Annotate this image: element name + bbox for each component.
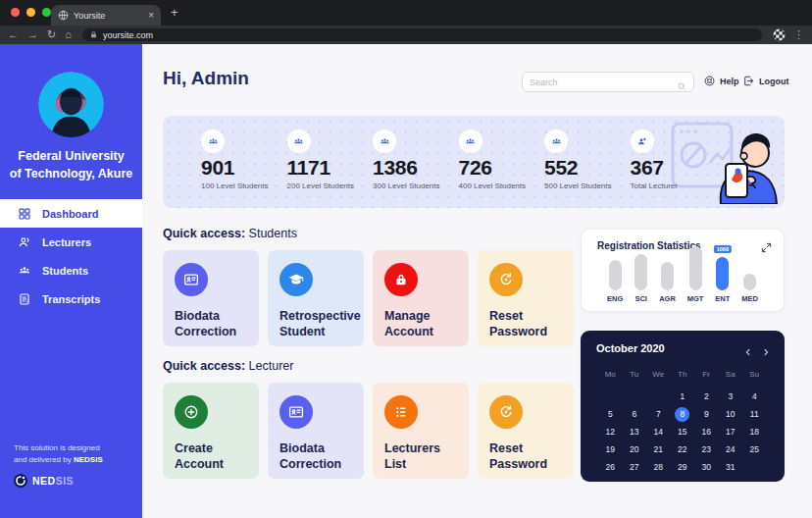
calendar-day[interactable]: 16 <box>694 423 719 440</box>
calendar-day[interactable]: 6 <box>623 405 647 423</box>
card-create-account[interactable]: Create Account <box>163 383 259 479</box>
calendar-day[interactable]: 27 <box>623 458 647 476</box>
browser-tab[interactable]: Yoursite × <box>51 5 161 26</box>
nedsis-logo-icon <box>14 474 27 488</box>
stat-value: 901 <box>201 156 287 180</box>
calendar-day[interactable]: 14 <box>646 423 671 440</box>
lock-icon <box>89 30 98 39</box>
stat-value: 367 <box>631 156 717 180</box>
sidebar-item-dashboard[interactable]: Dashboard <box>0 199 142 228</box>
sidebar-item-transcripts[interactable]: Transcripts <box>0 285 142 313</box>
calendar-day-empty <box>623 388 647 405</box>
window-controls[interactable] <box>11 8 51 17</box>
calendar-day[interactable]: 11 <box>742 405 767 423</box>
stats-banner: 901100 Level Students1171200 Level Stude… <box>163 116 785 208</box>
sidebar-item-students[interactable]: Students <box>0 256 142 285</box>
calendar-day[interactable]: 12 <box>598 423 623 440</box>
home-icon[interactable]: ⌂ <box>65 29 72 40</box>
calendar-day[interactable]: 7 <box>646 405 671 423</box>
calendar-day[interactable]: 13 <box>623 423 647 440</box>
card-retrospective-student[interactable]: Retrospective Student <box>268 250 364 346</box>
calendar-day[interactable]: 4 <box>742 388 767 405</box>
students-group-icon <box>459 130 482 153</box>
chart-bar-agr[interactable]: AGR <box>659 244 676 303</box>
logout-icon <box>742 75 755 87</box>
help-icon <box>703 75 716 87</box>
plus-circle-icon <box>175 395 208 429</box>
calendar-weekday: Fr <box>694 366 719 382</box>
stat-value: 1386 <box>373 156 459 180</box>
transcripts-icon <box>18 292 31 306</box>
profile-checkered-icon[interactable] <box>773 28 786 41</box>
chart-bar-med[interactable]: MED <box>741 244 758 303</box>
calendar-day[interactable]: 31 <box>719 458 743 476</box>
calendar-day[interactable]: 15 <box>671 423 695 440</box>
stat-value: 552 <box>544 156 631 180</box>
search-input[interactable] <box>530 78 677 87</box>
calendar-day[interactable]: 25 <box>742 440 767 458</box>
tab-close-icon[interactable]: × <box>148 10 154 21</box>
page-title: Hi, Admin <box>163 68 249 89</box>
calendar-day[interactable]: 8 <box>671 405 695 423</box>
calendar-day[interactable]: 20 <box>623 440 647 458</box>
chart-bar-sci[interactable]: SCI <box>634 244 647 303</box>
calendar-day[interactable]: 9 <box>694 405 719 423</box>
card-biodata-correction[interactable]: Biodata Correction <box>268 383 364 479</box>
calendar-day[interactable]: 26 <box>598 458 623 476</box>
nedsis-logo: NEDSIS <box>14 474 74 488</box>
chart-bar-mgt[interactable]: MGT <box>687 244 704 303</box>
graduation-cap-icon <box>279 263 313 296</box>
sidebar-item-lecturers[interactable]: Lecturers <box>0 228 142 256</box>
students-group-icon <box>201 130 225 153</box>
card-lecturers-list[interactable]: Lecturers List <box>373 383 469 479</box>
students-group-icon <box>287 130 311 153</box>
chart-bar-ent[interactable]: 1068ENT <box>715 244 730 303</box>
calendar-weekday: Sa <box>719 366 743 382</box>
lecturer-icon <box>18 235 31 249</box>
calendar-day[interactable]: 1 <box>671 388 695 405</box>
calendar-day[interactable]: 23 <box>694 440 719 458</box>
calendar-day[interactable]: 2 <box>694 388 719 405</box>
calendar-day[interactable]: 21 <box>646 440 671 458</box>
forward-icon[interactable]: → <box>27 29 38 40</box>
help-button[interactable]: Help <box>703 75 739 87</box>
reload-icon[interactable]: ↻ <box>47 29 56 40</box>
address-bar[interactable]: yoursite.com <box>82 28 762 41</box>
maximize-window-button[interactable] <box>42 8 51 17</box>
menu-kebab-icon[interactable]: ⋮ <box>793 29 804 40</box>
calendar-day[interactable]: 18 <box>742 423 767 440</box>
calendar-day-empty <box>598 388 623 405</box>
url-text: yoursite.com <box>103 30 153 40</box>
calendar-day[interactable]: 22 <box>671 440 695 458</box>
calendar-next-icon[interactable] <box>761 343 771 353</box>
calendar-day[interactable]: 30 <box>694 458 719 476</box>
card-reset-password[interactable]: Reset Password <box>478 250 574 346</box>
university-name: Federal University of Technology, Akure <box>6 147 136 182</box>
new-tab-button[interactable]: + <box>171 5 178 20</box>
browser-toolbar: ← → ↻ ⌂ yoursite.com ⋮ <box>0 26 812 44</box>
card-manage-account[interactable]: Manage Account <box>373 250 469 346</box>
expand-icon[interactable] <box>761 239 772 250</box>
calendar-day[interactable]: 10 <box>719 405 743 423</box>
calendar-day-empty <box>742 458 767 476</box>
stat-400-level-students: 726400 Level Students <box>459 130 545 190</box>
card-biodata-correction[interactable]: Biodata Correction <box>163 250 259 346</box>
calendar-panel: October 2020 MoTuWeThFrSaSu1234567891011… <box>581 331 785 482</box>
calendar-day[interactable]: 5 <box>598 405 623 423</box>
id-card-icon <box>279 395 313 429</box>
calendar-day[interactable]: 28 <box>646 458 671 476</box>
calendar-day[interactable]: 3 <box>719 388 743 405</box>
bar-category-label: ENG <box>607 294 623 303</box>
calendar-day[interactable]: 24 <box>719 440 743 458</box>
calendar-prev-icon[interactable] <box>743 343 753 353</box>
calendar-day[interactable]: 17 <box>719 423 743 440</box>
logout-button[interactable]: Logout <box>742 75 789 87</box>
calendar-weekday: Th <box>671 366 695 382</box>
calendar-day[interactable]: 29 <box>671 458 695 476</box>
card-reset-password[interactable]: Reset Password <box>478 383 574 479</box>
minimize-window-button[interactable] <box>26 8 35 17</box>
chart-bar-eng[interactable]: ENG <box>607 244 623 303</box>
back-icon[interactable]: ← <box>8 29 19 40</box>
close-window-button[interactable] <box>11 8 20 17</box>
calendar-day[interactable]: 19 <box>598 440 623 458</box>
